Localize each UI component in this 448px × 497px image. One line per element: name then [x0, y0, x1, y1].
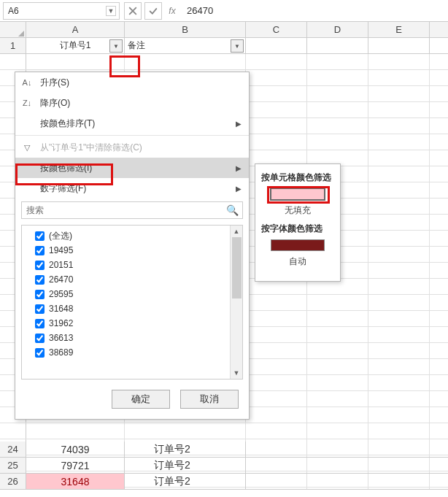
table-row: 2579721订单号2	[0, 458, 448, 474]
filter-checkbox[interactable]	[35, 334, 45, 343]
scroll-down-icon[interactable]: ▼	[231, 367, 242, 379]
filter-check-item[interactable]: 31962	[23, 316, 241, 331]
filter-check-label: 26470	[49, 274, 73, 285]
filter-check-label: 36613	[49, 333, 73, 343]
cell-color-swatch-pink[interactable]	[271, 188, 325, 200]
formula-bar: A6 ▼ fx 26470	[0, 0, 448, 22]
row-number[interactable]: 24	[0, 442, 26, 457]
cell-E[interactable]	[368, 458, 430, 473]
sort-desc-icon: Z↓	[20, 99, 34, 107]
filter-check-item[interactable]: 20151	[23, 258, 241, 272]
scroll-up-icon[interactable]: ▲	[231, 226, 242, 237]
filter-search-input[interactable]	[21, 201, 243, 219]
font-color-swatch-darkred[interactable]	[271, 239, 325, 251]
fx-icon[interactable]: fx	[163, 6, 181, 16]
table-row: 2631648订单号2	[0, 474, 448, 490]
filter-checkbox[interactable]	[35, 304, 45, 314]
cell-C1[interactable]	[246, 38, 307, 53]
filter-check-label: 31962	[49, 318, 73, 328]
row-number-1[interactable]: 1	[0, 38, 26, 53]
filter-value-list: (全选)194952015126470295953164831962366133…	[21, 225, 243, 380]
filter-checkbox[interactable]	[35, 231, 45, 241]
column-header-row: A B C D E	[0, 22, 448, 38]
cancel-formula-button[interactable]	[124, 2, 142, 20]
menu-sort-asc-label: 升序(S)	[40, 77, 69, 89]
cell-D[interactable]	[307, 458, 368, 473]
ok-button[interactable]: 确定	[112, 390, 170, 409]
cell-E[interactable]	[368, 474, 430, 489]
filter-checkbox[interactable]	[35, 348, 45, 358]
column-header-D[interactable]: D	[307, 22, 368, 37]
filter-button-B[interactable]: ▼	[231, 39, 244, 53]
cell-A[interactable]: 79721	[26, 458, 125, 473]
cell-D1[interactable]	[307, 38, 368, 53]
filter-checkbox[interactable]	[35, 275, 45, 285]
menu-number-filter-label: 数字筛选(F)	[40, 182, 86, 195]
cell-C[interactable]	[246, 474, 307, 489]
column-header-B[interactable]: B	[125, 22, 246, 37]
column-header-A[interactable]: A	[26, 22, 125, 37]
submenu-fontcolor-header: 按字体颜色筛选	[261, 223, 336, 235]
cell-C[interactable]	[246, 442, 307, 457]
filter-checkbox[interactable]	[35, 290, 45, 299]
cell-D[interactable]	[307, 442, 368, 457]
filter-check-item[interactable]: 38689	[23, 345, 241, 360]
cell-D[interactable]	[307, 474, 368, 489]
sort-asc-icon: A↓	[20, 78, 34, 87]
filter-checkbox[interactable]	[35, 261, 45, 270]
cell-C[interactable]	[246, 458, 307, 473]
cell-A1[interactable]: 订单号1 ▼	[26, 38, 125, 53]
accept-formula-button[interactable]	[144, 2, 162, 20]
filter-check-label: 29595	[49, 289, 73, 299]
list-scrollbar[interactable]: ▲ ▼	[230, 226, 242, 379]
filter-check-item[interactable]: 31648	[23, 301, 241, 316]
formula-value[interactable]: 26470	[181, 5, 448, 16]
filter-check-item[interactable]: (全选)	[23, 228, 241, 243]
row-number[interactable]: 26	[0, 474, 26, 489]
name-box-value: A6	[8, 6, 19, 16]
scroll-thumb[interactable]	[232, 237, 242, 298]
menu-clear-filter: ▽ 从"订单号1"中清除筛选(C)	[15, 137, 249, 158]
menu-separator	[15, 135, 249, 136]
menu-sort-desc-label: 降序(O)	[40, 97, 70, 109]
autofilter-menu: A↓ 升序(S) Z↓ 降序(O) 按颜色排序(T) ▶ ▽ 从"订单号1"中清…	[15, 72, 250, 420]
row-number[interactable]: 25	[0, 458, 26, 473]
filter-checkbox[interactable]	[35, 246, 45, 255]
submenu-cellcolor-header: 按单元格颜色筛选	[261, 172, 336, 184]
cell-B1[interactable]: 备注 ▼	[125, 38, 246, 53]
menu-sort-asc[interactable]: A↓ 升序(S)	[15, 72, 249, 93]
filter-check-item[interactable]: 29595	[23, 287, 241, 301]
cell-B[interactable]: 订单号2	[125, 458, 246, 473]
dialog-button-row: 确定 取消	[15, 382, 249, 419]
menu-sort-by-color[interactable]: 按颜色排序(T) ▶	[15, 113, 249, 134]
select-all-corner[interactable]	[0, 22, 26, 37]
submenu-arrow-icon: ▶	[236, 120, 242, 128]
menu-number-filters[interactable]: 数字筛选(F) ▶	[15, 178, 249, 199]
cancel-button[interactable]: 取消	[180, 390, 239, 409]
cell-E[interactable]	[368, 442, 430, 457]
filter-color-submenu: 按单元格颜色筛选 无填充 按字体颜色筛选 自动	[255, 163, 341, 282]
menu-filter-by-color[interactable]: 按颜色筛选(I) ▶	[15, 158, 249, 178]
cell-A[interactable]: 31648	[26, 474, 125, 489]
filter-check-item[interactable]: 19495	[23, 243, 241, 258]
filter-checkbox[interactable]	[35, 319, 45, 328]
cell-A[interactable]: 74039	[26, 442, 125, 457]
table-row: 2474039订单号2	[0, 442, 448, 458]
filter-check-label: 19495	[49, 245, 73, 255]
column-header-C[interactable]: C	[246, 22, 307, 37]
name-box-dropdown-icon[interactable]: ▼	[106, 6, 116, 16]
filter-button-A[interactable]: ▼	[109, 39, 123, 53]
submenu-auto[interactable]: 自动	[260, 255, 336, 268]
filter-check-item[interactable]: 26470	[23, 272, 241, 287]
name-box[interactable]: A6 ▼	[3, 2, 120, 20]
menu-clear-filter-label: 从"订单号1"中清除筛选(C)	[40, 142, 142, 154]
cell-E1[interactable]	[368, 38, 430, 53]
column-header-E[interactable]: E	[368, 22, 430, 37]
filter-check-label: 38689	[49, 347, 73, 358]
cell-B[interactable]: 订单号2	[125, 474, 246, 489]
cell-B[interactable]: 订单号2	[125, 442, 246, 457]
menu-sort-desc[interactable]: Z↓ 降序(O)	[15, 93, 249, 113]
filter-check-item[interactable]: 36613	[23, 331, 241, 345]
submenu-no-fill[interactable]: 无填充	[260, 204, 336, 217]
menu-sort-color-label: 按颜色排序(T)	[40, 117, 95, 130]
